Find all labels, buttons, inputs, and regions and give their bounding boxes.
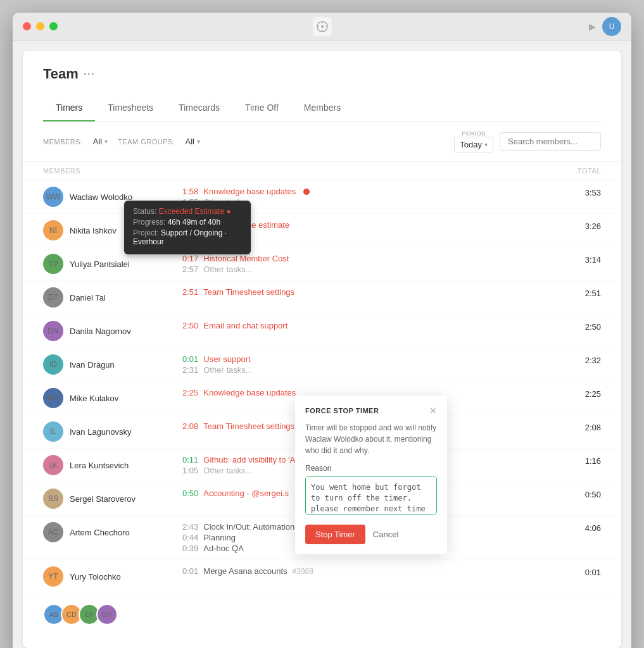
period-label: PERIOD	[462, 130, 486, 137]
tooltip-progress-val: 46h 49m of 40h	[168, 218, 220, 227]
bottom-avatars: AB CD EF GH	[23, 594, 621, 635]
member-info: SS Sergei Staroverov	[43, 489, 182, 509]
member-name: Yury Tolochko	[70, 572, 121, 582]
page-title: Team ···	[43, 66, 601, 82]
members-filter-value: All	[93, 137, 102, 146]
total-value: 0:50	[550, 489, 601, 499]
task-secondary: Planning	[203, 533, 236, 542]
task-tertiary: Ad-hoc QA	[203, 544, 244, 553]
activity-time: 2:25	[182, 388, 198, 397]
avatar: IL	[43, 421, 63, 442]
member-info: DT Daniel Tal	[43, 287, 182, 308]
avatar: YP	[43, 254, 63, 274]
modal-reason-label: Reason	[305, 464, 437, 473]
table-row: YP Yuliya Pantsialei 0:17 Historical Mem…	[23, 247, 621, 281]
tab-timers[interactable]: Timers	[43, 95, 95, 122]
member-info: ID Ivan Dragun	[43, 354, 182, 375]
task-link[interactable]: User support	[203, 354, 250, 364]
activity-time: 0:50	[182, 489, 198, 498]
member-info: YP Yuliya Pantsialei	[43, 254, 182, 274]
members-filter-label: MEMBERS:	[43, 138, 83, 146]
activity-col: 2:50 Email and chat support	[182, 321, 550, 330]
close-button[interactable]	[23, 22, 31, 30]
period-value: Today	[460, 140, 482, 149]
table-row: DN Danila Nagornov 2:50 Email and chat s…	[23, 315, 621, 348]
cancel-button[interactable]: Cancel	[373, 530, 398, 539]
members-list: WW Waclaw Wolodko 1:58 Knowledge base up…	[23, 180, 621, 594]
modal-reason-textarea[interactable]: You went home but forgot to turn off the…	[305, 477, 437, 514]
table-row: NI Nikita Ishkov 3:26 Reports: inline es…	[23, 214, 621, 247]
tooltip-popup: Status: Exceeded Estimate ● Progress: 46…	[124, 201, 251, 254]
user-avatar[interactable]: U	[602, 17, 621, 36]
col-members-header: MEMBERS	[43, 167, 182, 175]
tooltip-status-key: Status:	[133, 207, 159, 216]
task-link[interactable]: Knowledge base updates	[203, 187, 296, 196]
tab-members[interactable]: Members	[291, 95, 353, 122]
task-id: #3988	[293, 567, 313, 576]
page-header: Team ··· Timers Timesheets Timecards Tim…	[23, 51, 621, 122]
task-link[interactable]: Historical Member Cost	[203, 254, 289, 263]
tab-bar: Timers Timesheets Timecards Time Off Mem…	[43, 95, 601, 122]
svg-point-1	[321, 25, 324, 28]
team-groups-label: TEAM GROUPS:	[118, 138, 175, 146]
minimize-button[interactable]	[36, 22, 44, 30]
page-title-menu[interactable]: ···	[84, 68, 95, 81]
play-icon[interactable]: ▶	[589, 22, 596, 32]
activity-row: 0:17 Historical Member Cost	[182, 254, 550, 263]
avatar: AC	[43, 522, 63, 542]
modal-header: FORCE STOP TIMER ✕	[305, 406, 437, 416]
titlebar: ▶ U	[13, 13, 631, 40]
table-row: ID Ivan Dragun 0:01 User support 2:31 Ot…	[23, 348, 621, 382]
titlebar-right: ▶ U	[589, 17, 621, 36]
tooltip-project-key: Project:	[133, 228, 161, 237]
total-value: 2:50	[550, 321, 601, 332]
modal-actions: Stop Timer Cancel	[305, 525, 437, 544]
team-groups-value: All	[185, 137, 194, 146]
tab-timeoff[interactable]: Time Off	[232, 95, 291, 122]
modal-body-text: Timer will be stopped and we will notify…	[305, 422, 437, 456]
task-link[interactable]: Team Timesheet settings	[203, 287, 294, 297]
activity-time: 2:50	[182, 321, 198, 330]
members-filter-select[interactable]: All ▾	[93, 137, 108, 146]
table-row: YT Yury Tolochko 0:01 Merge Asana accoun…	[23, 560, 621, 594]
task-link[interactable]: Team Timesheet settings	[203, 421, 294, 431]
avatar: DT	[43, 287, 63, 308]
period-selector[interactable]: PERIOD Today ▾	[454, 130, 493, 153]
tab-timecards[interactable]: Timecards	[166, 95, 232, 122]
maximize-button[interactable]	[49, 22, 58, 30]
task-link[interactable]: Email and chat support	[203, 321, 287, 330]
activity-time: 0:17	[182, 254, 198, 263]
task-link[interactable]: Knowledge base updates	[203, 388, 296, 397]
modal-close-button[interactable]: ✕	[429, 406, 437, 416]
member-name: Waclaw Wolodko	[70, 192, 132, 202]
task-name: Clock In/Out: Automation	[203, 522, 294, 532]
activity-col: 0:01 User support 2:31 Other tasks...	[182, 354, 550, 375]
app-icon-svg	[317, 21, 328, 32]
total-value: 0:01	[550, 566, 601, 577]
period-select-box[interactable]: Today ▾	[454, 137, 493, 153]
activity-time-secondary: 0:44	[182, 533, 198, 542]
member-name: Lera Kuntsevich	[70, 461, 129, 470]
tab-timesheets[interactable]: Timesheets	[95, 95, 166, 122]
bottom-avatar-item[interactable]: GH	[96, 604, 118, 625]
task-link[interactable]: Accounting - @sergei.s	[203, 489, 289, 498]
member-name: Nikita Ishkov	[70, 226, 117, 235]
activity-time-secondary: 1:05	[182, 466, 198, 475]
member-info: LK Lera Kuntsevich	[43, 455, 182, 475]
team-groups-select[interactable]: All ▾	[185, 137, 199, 146]
total-value: 3:26	[550, 220, 601, 231]
avatar: NI	[43, 220, 63, 240]
search-input[interactable]	[500, 132, 601, 151]
activity-time-secondary: 2:57	[182, 265, 198, 274]
tooltip-status: Status: Exceeded Estimate ●	[133, 207, 242, 216]
activity-row: 2:51 Team Timesheet settings	[182, 287, 550, 297]
total-value: 3:14	[550, 254, 601, 265]
table-header: MEMBERS TOTAL	[23, 162, 621, 180]
avatar: YT	[43, 566, 63, 587]
toolbar: MEMBERS: All ▾ TEAM GROUPS: All ▾ PERIOD…	[23, 122, 621, 162]
stop-timer-button[interactable]: Stop Timer	[305, 525, 365, 544]
total-value: 2:51	[550, 287, 601, 298]
activity-row: 0:01 User support	[182, 354, 550, 364]
avatar: LK	[43, 455, 63, 475]
activity-time: 2:51	[182, 287, 198, 297]
